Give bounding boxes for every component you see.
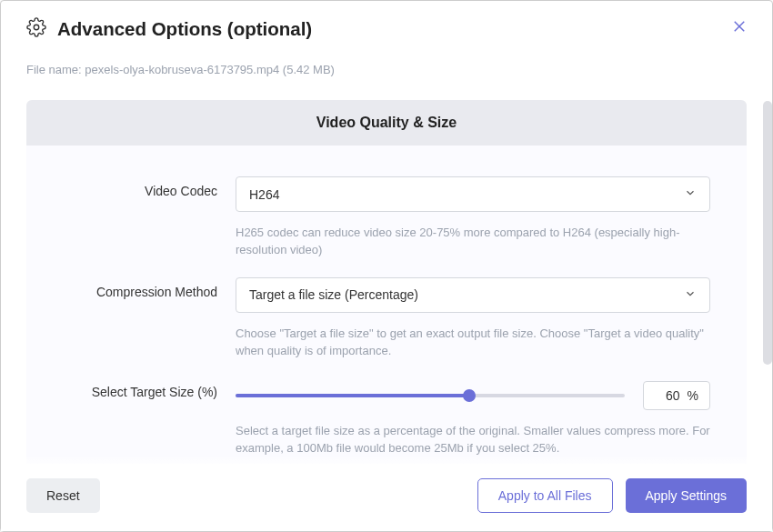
video-codec-help: H265 codec can reduce video size 20-75% … (236, 225, 710, 259)
compression-method-label: Compression Method (63, 277, 217, 360)
file-name-value: pexels-olya-kobruseva-6173795.mp4 (85, 63, 279, 76)
file-size-value: (5.42 MB) (283, 63, 335, 76)
quality-size-panel: Video Quality & Size Video Codec H264 H2… (26, 100, 747, 464)
target-size-help: Select a target file size as a percentag… (236, 423, 710, 457)
target-size-unit: % (688, 388, 698, 403)
section-header: Video Quality & Size (26, 100, 747, 146)
target-size-row: Select Target Size (%) (63, 377, 710, 457)
compression-method-value: Target a file size (Percentage) (249, 287, 418, 302)
svg-point-0 (34, 25, 39, 30)
video-codec-value: H264 (249, 187, 279, 202)
apply-settings-button[interactable]: Apply Settings (626, 478, 748, 513)
compression-method-select[interactable]: Target a file size (Percentage) (236, 277, 710, 313)
video-codec-row: Video Codec H264 H265 codec can reduce v… (63, 176, 710, 259)
target-size-input[interactable] (655, 388, 680, 403)
reset-button[interactable]: Reset (26, 478, 100, 513)
modal-footer: Reset Apply to All Files Apply Settings (1, 464, 772, 531)
chevron-down-icon (684, 287, 697, 303)
close-icon[interactable] (728, 15, 750, 37)
video-codec-select[interactable]: H264 (236, 176, 710, 212)
advanced-options-modal: Advanced Options (optional) File name: p… (0, 0, 773, 532)
target-size-slider[interactable] (236, 394, 625, 397)
file-name-row: File name: pexels-olya-kobruseva-6173795… (26, 63, 747, 76)
slider-thumb[interactable] (463, 389, 476, 402)
compression-method-help: Choose "Target a file size" to get an ex… (236, 326, 710, 360)
page-title: Advanced Options (optional) (57, 18, 312, 40)
target-size-label: Select Target Size (%) (63, 377, 217, 457)
gear-icon (26, 17, 46, 41)
scrollbar[interactable] (763, 101, 772, 365)
apply-all-button[interactable]: Apply to All Files (477, 478, 613, 513)
chevron-down-icon (684, 186, 697, 202)
compression-method-row: Compression Method Target a file size (P… (63, 277, 710, 360)
file-name-label: File name: (26, 63, 82, 76)
modal-header: Advanced Options (optional) (26, 17, 747, 41)
video-codec-label: Video Codec (63, 176, 217, 259)
target-size-input-group: % (643, 381, 710, 410)
